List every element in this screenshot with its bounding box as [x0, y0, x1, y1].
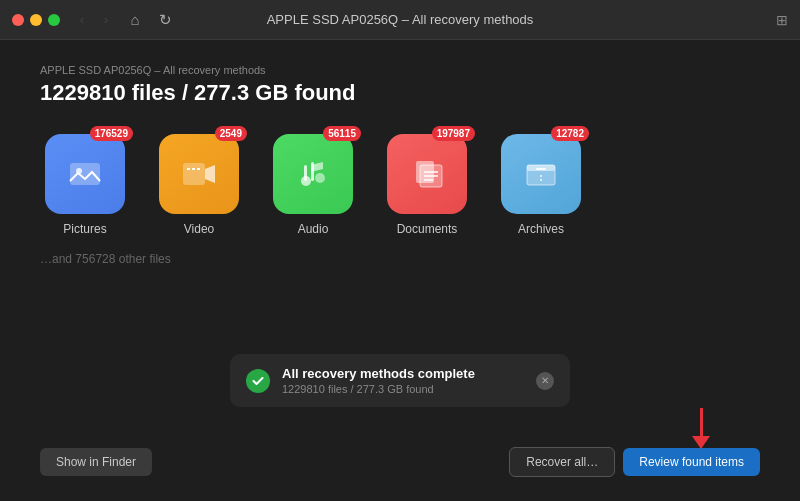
svg-point-7: [315, 173, 325, 183]
review-found-items-button[interactable]: Review found items: [623, 448, 760, 476]
categories-list: 176529 Pictures 2549: [40, 134, 760, 236]
window-title: APPLE SSD AP0256Q – All recovery methods: [267, 12, 534, 27]
pictures-icon: [66, 155, 104, 193]
svg-rect-17: [536, 168, 546, 170]
arrow-head: [692, 436, 710, 449]
notification-title: All recovery methods complete: [282, 366, 524, 381]
titlebar: ‹ › ⌂ ↻ APPLE SSD AP0256Q – All recovery…: [0, 0, 800, 40]
grid-view-icon[interactable]: ⊞: [776, 12, 788, 28]
main-content: APPLE SSD AP0256Q – All recovery methods…: [0, 40, 800, 501]
arrow-shaft: [700, 408, 703, 436]
notification-bar: All recovery methods complete 1229810 fi…: [230, 354, 570, 407]
back-button[interactable]: ‹: [72, 10, 92, 30]
audio-badge: 56115: [323, 126, 361, 141]
svg-rect-5: [197, 168, 200, 170]
svg-rect-4: [192, 168, 195, 170]
titlebar-action-icons: ⌂ ↻: [126, 11, 174, 29]
category-audio[interactable]: 56115 Audio: [268, 134, 358, 236]
bottom-toolbar: Show in Finder Recover all… Review found…: [40, 447, 760, 477]
category-video[interactable]: 2549 Video: [154, 134, 244, 236]
video-card: 2549: [159, 134, 239, 214]
titlebar-right: ⊞: [776, 12, 788, 28]
pictures-card: 176529: [45, 134, 125, 214]
svg-rect-0: [70, 163, 100, 185]
video-badge: 2549: [215, 126, 247, 141]
maximize-button[interactable]: [48, 14, 60, 26]
pictures-badge: 176529: [90, 126, 133, 141]
home-icon[interactable]: ⌂: [126, 11, 144, 29]
category-documents[interactable]: 197987 Documents: [382, 134, 472, 236]
category-archives[interactable]: 12782 Archives: [496, 134, 586, 236]
notification-subtitle: 1229810 files / 277.3 GB found: [282, 383, 524, 395]
close-button[interactable]: [12, 14, 24, 26]
svg-rect-2: [183, 163, 205, 185]
svg-rect-3: [187, 168, 190, 170]
page-title: 1229810 files / 277.3 GB found: [40, 80, 760, 106]
archives-badge: 12782: [551, 126, 589, 141]
minimize-button[interactable]: [30, 14, 42, 26]
video-icon: [180, 155, 218, 193]
audio-label: Audio: [298, 222, 329, 236]
archives-icon: [522, 155, 560, 193]
check-icon: [246, 369, 270, 393]
pictures-label: Pictures: [63, 222, 106, 236]
traffic-lights: [12, 14, 60, 26]
video-label: Video: [184, 222, 214, 236]
breadcrumb: APPLE SSD AP0256Q – All recovery methods: [40, 64, 760, 76]
archives-card: 12782: [501, 134, 581, 214]
notification-text: All recovery methods complete 1229810 fi…: [282, 366, 524, 395]
documents-icon: [408, 155, 446, 193]
recover-all-button[interactable]: Recover all…: [509, 447, 615, 477]
other-files-text: …and 756728 other files: [40, 252, 760, 266]
archives-label: Archives: [518, 222, 564, 236]
arrow-indicator: [692, 408, 710, 449]
category-pictures[interactable]: 176529 Pictures: [40, 134, 130, 236]
documents-badge: 197987: [432, 126, 475, 141]
audio-icon: [294, 155, 332, 193]
forward-button[interactable]: ›: [96, 10, 116, 30]
refresh-icon[interactable]: ↻: [156, 11, 174, 29]
notification-close-button[interactable]: ✕: [536, 372, 554, 390]
documents-label: Documents: [397, 222, 458, 236]
nav-buttons: ‹ ›: [72, 10, 116, 30]
documents-card: 197987: [387, 134, 467, 214]
svg-rect-9: [304, 165, 307, 181]
audio-card: 56115: [273, 134, 353, 214]
action-buttons: Recover all… Review found items: [509, 447, 760, 477]
show-in-finder-button[interactable]: Show in Finder: [40, 448, 152, 476]
